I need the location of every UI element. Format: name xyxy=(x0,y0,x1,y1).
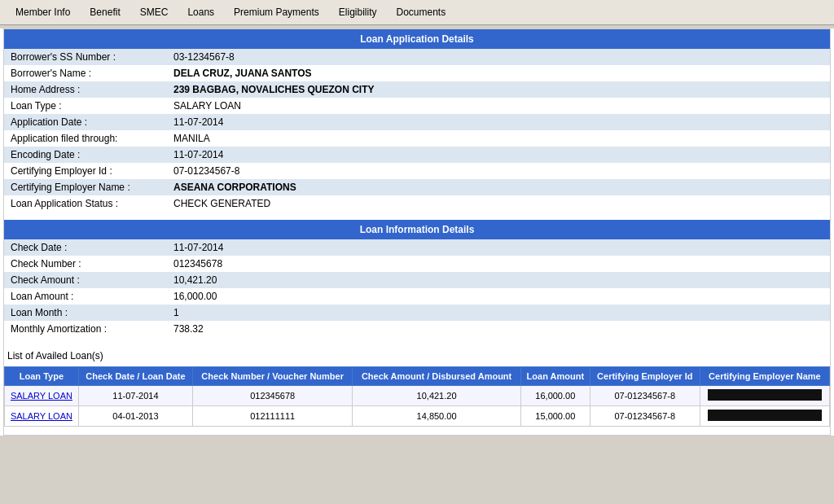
loan-app-label: Certifying Employer Name : xyxy=(4,179,167,195)
nav-member-info[interactable]: Member Info xyxy=(7,3,79,21)
nav-eligibility[interactable]: Eligibility xyxy=(330,3,386,21)
loan-app-label: Home Address : xyxy=(4,81,167,98)
loan-info-label: Check Date : xyxy=(4,239,167,256)
loan-app-value: 239 BAGBAG, NOVALICHES QUEZON CITY xyxy=(167,81,830,98)
loan-app-value: SALARY LOAN xyxy=(167,98,830,114)
nav-documents[interactable]: Documents xyxy=(387,3,454,21)
loan-app-label: Certifying Employer Id : xyxy=(4,163,167,179)
availed-loan-cell: 012345678 xyxy=(193,386,353,406)
loan-app-value: MANILA xyxy=(167,130,830,147)
nav-premium-payments[interactable]: Premium Payments xyxy=(225,3,328,21)
loan-info-value: 11-07-2014 xyxy=(167,239,830,256)
availed-loan-row: SALARY LOAN11-07-201401234567810,421.201… xyxy=(5,386,830,406)
loan-app-label: Loan Type : xyxy=(4,98,167,114)
availed-header-row: Loan TypeCheck Date / Loan DateCheck Num… xyxy=(5,367,830,386)
loan-app-label: Application filed through: xyxy=(4,130,167,147)
loan-information-table: Check Date :11-07-2014Check Number :0123… xyxy=(4,239,830,337)
loan-app-row: Loan Type :SALARY LOAN xyxy=(4,98,830,114)
loan-info-value: 012345678 xyxy=(167,256,830,272)
loan-info-row: Monthly Amortization :738.32 xyxy=(4,321,830,337)
availed-loan-cell xyxy=(700,406,829,427)
loan-app-label: Borrower's SS Number : xyxy=(4,49,167,65)
loan-app-value: DELA CRUZ, JUANA SANTOS xyxy=(167,65,830,81)
loan-app-value: CHECK GENERATED xyxy=(167,195,830,212)
loan-app-label: Encoding Date : xyxy=(4,147,167,163)
loan-app-row: Loan Application Status :CHECK GENERATED xyxy=(4,195,830,212)
availed-loan-cell: 14,850.00 xyxy=(353,406,521,427)
loan-app-row: Home Address :239 BAGBAG, NOVALICHES QUE… xyxy=(4,81,830,98)
availed-loan-cell: 07-01234567-8 xyxy=(590,406,700,427)
loan-application-header: Loan Application Details xyxy=(4,29,830,49)
availed-col-header: Check Amount / Disbursed Amount xyxy=(353,367,521,386)
loan-app-value: 11-07-2014 xyxy=(167,114,830,130)
main-content: Loan Application Details Borrower's SS N… xyxy=(0,28,834,436)
availed-loan-cell: 10,421.20 xyxy=(353,386,521,406)
loan-type-link[interactable]: SALARY LOAN xyxy=(11,411,72,421)
loan-info-value: 10,421.20 xyxy=(167,272,830,288)
loan-information-header: Loan Information Details xyxy=(4,220,830,239)
loan-info-value: 16,000.00 xyxy=(167,288,830,305)
availed-col-header: Check Number / Voucher Number xyxy=(193,367,353,386)
redacted-bar xyxy=(708,410,822,421)
availed-loan-cell xyxy=(700,386,829,406)
navigation-bar: Member Info Benefit SMEC Loans Premium P… xyxy=(0,0,834,25)
nav-smec[interactable]: SMEC xyxy=(131,3,178,21)
loan-info-label: Check Number : xyxy=(4,256,167,272)
availed-loans-table: Loan TypeCheck Date / Loan DateCheck Num… xyxy=(4,366,830,427)
loan-app-value: 07-01234567-8 xyxy=(167,163,830,179)
loan-info-label: Monthly Amortization : xyxy=(4,321,167,337)
loan-app-value: ASEANA CORPORATIONS xyxy=(167,179,830,195)
content-panel: Loan Application Details Borrower's SS N… xyxy=(3,28,831,436)
availed-col-header: Loan Amount xyxy=(520,367,590,386)
loan-app-row: Encoding Date :11-07-2014 xyxy=(4,147,830,163)
availed-col-header: Certifying Employer Id xyxy=(590,367,700,386)
loan-app-row: Borrower's SS Number :03-1234567-8 xyxy=(4,49,830,65)
availed-loan-cell: 11-07-2014 xyxy=(78,386,192,406)
loan-info-value: 738.32 xyxy=(167,321,830,337)
availed-loan-cell: 04-01-2013 xyxy=(78,406,192,427)
loan-info-row: Check Date :11-07-2014 xyxy=(4,239,830,256)
availed-col-header: Certifying Employer Name xyxy=(700,367,829,386)
loan-app-label: Loan Application Status : xyxy=(4,195,167,212)
loan-info-row: Check Number :012345678 xyxy=(4,256,830,272)
loan-app-value: 03-1234567-8 xyxy=(167,49,830,65)
nav-benefit[interactable]: Benefit xyxy=(81,3,129,21)
loan-info-row: Loan Month :1 xyxy=(4,305,830,321)
availed-loan-cell: 012111111 xyxy=(193,406,353,427)
loan-info-label: Check Amount : xyxy=(4,272,167,288)
loan-application-table: Borrower's SS Number :03-1234567-8Borrow… xyxy=(4,49,830,212)
loan-app-label: Borrower's Name : xyxy=(4,65,167,81)
nav-loans[interactable]: Loans xyxy=(178,3,223,21)
availed-loan-cell: 15,000.00 xyxy=(520,406,590,427)
loan-type-link[interactable]: SALARY LOAN xyxy=(11,391,72,401)
loan-app-value: 11-07-2014 xyxy=(167,147,830,163)
loan-app-label: Application Date : xyxy=(4,114,167,130)
availed-col-header: Loan Type xyxy=(5,367,79,386)
availed-loan-row: SALARY LOAN04-01-201301211111114,850.001… xyxy=(5,406,830,427)
availed-col-header: Check Date / Loan Date xyxy=(78,367,192,386)
availed-loan-cell: 16,000.00 xyxy=(520,386,590,406)
loan-info-label: Loan Month : xyxy=(4,305,167,321)
availed-loan-cell[interactable]: SALARY LOAN xyxy=(5,386,79,406)
loan-info-row: Check Amount :10,421.20 xyxy=(4,272,830,288)
availed-loan-cell[interactable]: SALARY LOAN xyxy=(5,406,79,427)
loan-app-row: Borrower's Name :DELA CRUZ, JUANA SANTOS xyxy=(4,65,830,81)
loan-info-row: Loan Amount :16,000.00 xyxy=(4,288,830,305)
availed-loans-title: List of Availed Loan(s) xyxy=(4,345,830,365)
redacted-bar xyxy=(708,389,822,401)
loan-app-row: Application filed through:MANILA xyxy=(4,130,830,147)
availed-loan-cell: 07-01234567-8 xyxy=(590,386,700,406)
loan-app-row: Application Date :11-07-2014 xyxy=(4,114,830,130)
loan-info-label: Loan Amount : xyxy=(4,288,167,305)
loan-app-row: Certifying Employer Id :07-01234567-8 xyxy=(4,163,830,179)
loan-info-value: 1 xyxy=(167,305,830,321)
loan-app-row: Certifying Employer Name :ASEANA CORPORA… xyxy=(4,179,830,195)
